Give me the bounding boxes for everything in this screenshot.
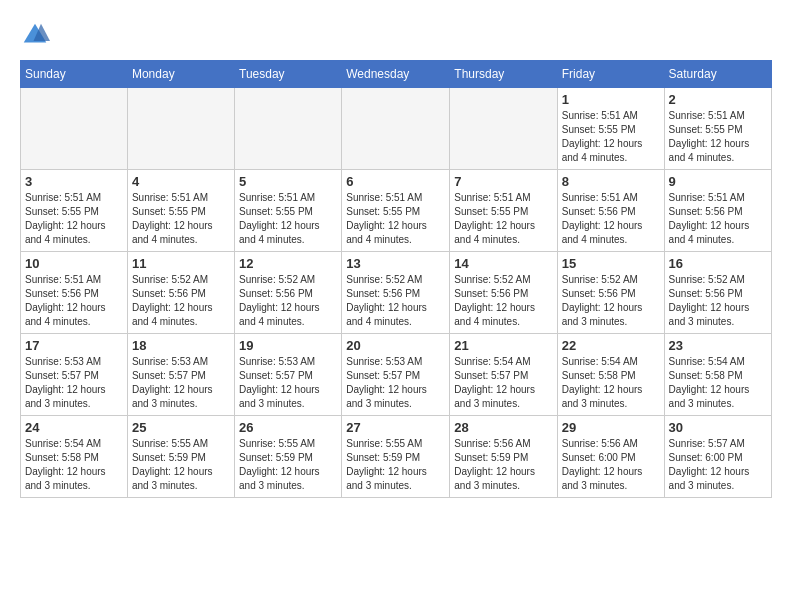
day-info: Sunrise: 5:54 AM Sunset: 5:58 PM Dayligh… — [562, 355, 660, 411]
day-number: 14 — [454, 256, 552, 271]
day-info: Sunrise: 5:54 AM Sunset: 5:58 PM Dayligh… — [25, 437, 123, 493]
calendar-cell: 9Sunrise: 5:51 AM Sunset: 5:56 PM Daylig… — [664, 170, 771, 252]
calendar-cell: 22Sunrise: 5:54 AM Sunset: 5:58 PM Dayli… — [557, 334, 664, 416]
calendar-cell: 6Sunrise: 5:51 AM Sunset: 5:55 PM Daylig… — [342, 170, 450, 252]
calendar-week-row: 17Sunrise: 5:53 AM Sunset: 5:57 PM Dayli… — [21, 334, 772, 416]
day-number: 18 — [132, 338, 230, 353]
calendar-cell — [21, 88, 128, 170]
calendar-cell: 27Sunrise: 5:55 AM Sunset: 5:59 PM Dayli… — [342, 416, 450, 498]
day-number: 19 — [239, 338, 337, 353]
day-number: 27 — [346, 420, 445, 435]
header — [20, 20, 772, 50]
day-info: Sunrise: 5:52 AM Sunset: 5:56 PM Dayligh… — [239, 273, 337, 329]
day-of-week-header: Wednesday — [342, 61, 450, 88]
day-number: 10 — [25, 256, 123, 271]
day-info: Sunrise: 5:53 AM Sunset: 5:57 PM Dayligh… — [132, 355, 230, 411]
day-info: Sunrise: 5:52 AM Sunset: 5:56 PM Dayligh… — [669, 273, 767, 329]
day-info: Sunrise: 5:51 AM Sunset: 5:55 PM Dayligh… — [669, 109, 767, 165]
calendar-cell: 25Sunrise: 5:55 AM Sunset: 5:59 PM Dayli… — [127, 416, 234, 498]
day-info: Sunrise: 5:52 AM Sunset: 5:56 PM Dayligh… — [346, 273, 445, 329]
calendar-cell: 24Sunrise: 5:54 AM Sunset: 5:58 PM Dayli… — [21, 416, 128, 498]
day-number: 9 — [669, 174, 767, 189]
day-number: 2 — [669, 92, 767, 107]
calendar-week-row: 10Sunrise: 5:51 AM Sunset: 5:56 PM Dayli… — [21, 252, 772, 334]
day-of-week-header: Thursday — [450, 61, 557, 88]
day-info: Sunrise: 5:56 AM Sunset: 6:00 PM Dayligh… — [562, 437, 660, 493]
calendar-cell: 17Sunrise: 5:53 AM Sunset: 5:57 PM Dayli… — [21, 334, 128, 416]
day-info: Sunrise: 5:51 AM Sunset: 5:55 PM Dayligh… — [25, 191, 123, 247]
calendar-cell: 1Sunrise: 5:51 AM Sunset: 5:55 PM Daylig… — [557, 88, 664, 170]
calendar-cell: 19Sunrise: 5:53 AM Sunset: 5:57 PM Dayli… — [235, 334, 342, 416]
day-number: 16 — [669, 256, 767, 271]
calendar-cell: 20Sunrise: 5:53 AM Sunset: 5:57 PM Dayli… — [342, 334, 450, 416]
calendar-cell: 18Sunrise: 5:53 AM Sunset: 5:57 PM Dayli… — [127, 334, 234, 416]
calendar-cell: 14Sunrise: 5:52 AM Sunset: 5:56 PM Dayli… — [450, 252, 557, 334]
day-number: 20 — [346, 338, 445, 353]
calendar-cell: 2Sunrise: 5:51 AM Sunset: 5:55 PM Daylig… — [664, 88, 771, 170]
calendar-cell: 5Sunrise: 5:51 AM Sunset: 5:55 PM Daylig… — [235, 170, 342, 252]
day-number: 13 — [346, 256, 445, 271]
calendar-cell: 29Sunrise: 5:56 AM Sunset: 6:00 PM Dayli… — [557, 416, 664, 498]
day-number: 21 — [454, 338, 552, 353]
calendar-cell — [127, 88, 234, 170]
day-of-week-header: Saturday — [664, 61, 771, 88]
day-info: Sunrise: 5:53 AM Sunset: 5:57 PM Dayligh… — [25, 355, 123, 411]
calendar-cell: 23Sunrise: 5:54 AM Sunset: 5:58 PM Dayli… — [664, 334, 771, 416]
day-of-week-header: Monday — [127, 61, 234, 88]
day-info: Sunrise: 5:52 AM Sunset: 5:56 PM Dayligh… — [132, 273, 230, 329]
calendar-header-row: SundayMondayTuesdayWednesdayThursdayFrid… — [21, 61, 772, 88]
day-number: 30 — [669, 420, 767, 435]
day-number: 26 — [239, 420, 337, 435]
calendar-cell: 10Sunrise: 5:51 AM Sunset: 5:56 PM Dayli… — [21, 252, 128, 334]
calendar-cell: 11Sunrise: 5:52 AM Sunset: 5:56 PM Dayli… — [127, 252, 234, 334]
logo — [20, 20, 54, 50]
calendar-table: SundayMondayTuesdayWednesdayThursdayFrid… — [20, 60, 772, 498]
day-info: Sunrise: 5:53 AM Sunset: 5:57 PM Dayligh… — [239, 355, 337, 411]
day-info: Sunrise: 5:53 AM Sunset: 5:57 PM Dayligh… — [346, 355, 445, 411]
day-number: 17 — [25, 338, 123, 353]
day-info: Sunrise: 5:51 AM Sunset: 5:55 PM Dayligh… — [454, 191, 552, 247]
calendar-cell: 15Sunrise: 5:52 AM Sunset: 5:56 PM Dayli… — [557, 252, 664, 334]
day-info: Sunrise: 5:51 AM Sunset: 5:56 PM Dayligh… — [25, 273, 123, 329]
day-info: Sunrise: 5:51 AM Sunset: 5:55 PM Dayligh… — [346, 191, 445, 247]
calendar-cell: 4Sunrise: 5:51 AM Sunset: 5:55 PM Daylig… — [127, 170, 234, 252]
calendar-cell — [342, 88, 450, 170]
day-number: 29 — [562, 420, 660, 435]
day-info: Sunrise: 5:57 AM Sunset: 6:00 PM Dayligh… — [669, 437, 767, 493]
day-info: Sunrise: 5:55 AM Sunset: 5:59 PM Dayligh… — [346, 437, 445, 493]
calendar-week-row: 1Sunrise: 5:51 AM Sunset: 5:55 PM Daylig… — [21, 88, 772, 170]
day-number: 6 — [346, 174, 445, 189]
calendar-cell: 30Sunrise: 5:57 AM Sunset: 6:00 PM Dayli… — [664, 416, 771, 498]
calendar-cell — [235, 88, 342, 170]
day-of-week-header: Sunday — [21, 61, 128, 88]
logo-icon — [20, 20, 50, 50]
calendar-cell: 21Sunrise: 5:54 AM Sunset: 5:57 PM Dayli… — [450, 334, 557, 416]
day-info: Sunrise: 5:52 AM Sunset: 5:56 PM Dayligh… — [454, 273, 552, 329]
day-number: 1 — [562, 92, 660, 107]
day-number: 15 — [562, 256, 660, 271]
day-info: Sunrise: 5:54 AM Sunset: 5:57 PM Dayligh… — [454, 355, 552, 411]
day-number: 24 — [25, 420, 123, 435]
day-of-week-header: Tuesday — [235, 61, 342, 88]
day-number: 25 — [132, 420, 230, 435]
day-info: Sunrise: 5:54 AM Sunset: 5:58 PM Dayligh… — [669, 355, 767, 411]
day-info: Sunrise: 5:55 AM Sunset: 5:59 PM Dayligh… — [239, 437, 337, 493]
day-info: Sunrise: 5:51 AM Sunset: 5:55 PM Dayligh… — [562, 109, 660, 165]
day-info: Sunrise: 5:52 AM Sunset: 5:56 PM Dayligh… — [562, 273, 660, 329]
day-number: 5 — [239, 174, 337, 189]
day-number: 4 — [132, 174, 230, 189]
day-number: 3 — [25, 174, 123, 189]
day-number: 23 — [669, 338, 767, 353]
day-number: 8 — [562, 174, 660, 189]
calendar-cell — [450, 88, 557, 170]
day-info: Sunrise: 5:51 AM Sunset: 5:56 PM Dayligh… — [562, 191, 660, 247]
calendar-cell: 7Sunrise: 5:51 AM Sunset: 5:55 PM Daylig… — [450, 170, 557, 252]
day-info: Sunrise: 5:51 AM Sunset: 5:55 PM Dayligh… — [132, 191, 230, 247]
day-info: Sunrise: 5:51 AM Sunset: 5:55 PM Dayligh… — [239, 191, 337, 247]
calendar-cell: 26Sunrise: 5:55 AM Sunset: 5:59 PM Dayli… — [235, 416, 342, 498]
day-number: 7 — [454, 174, 552, 189]
day-info: Sunrise: 5:51 AM Sunset: 5:56 PM Dayligh… — [669, 191, 767, 247]
calendar-cell: 3Sunrise: 5:51 AM Sunset: 5:55 PM Daylig… — [21, 170, 128, 252]
day-number: 22 — [562, 338, 660, 353]
calendar-cell: 8Sunrise: 5:51 AM Sunset: 5:56 PM Daylig… — [557, 170, 664, 252]
